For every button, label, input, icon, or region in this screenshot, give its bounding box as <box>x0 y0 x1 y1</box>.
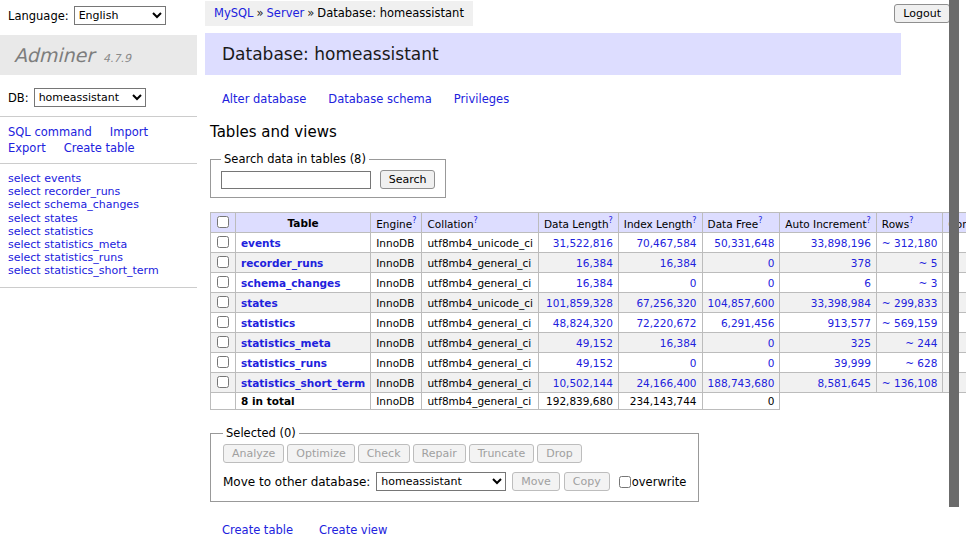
move-database-select[interactable]: homeassistant <box>376 472 506 491</box>
rows-link-statistics_runs[interactable]: ~ 628 <box>905 357 937 369</box>
table-link-schema_changes[interactable]: schema_changes <box>241 277 341 289</box>
sidebar-select-statistics_runs[interactable]: select statistics_runs <box>8 251 123 264</box>
auto_increment-link-recorder_runs[interactable]: 378 <box>851 257 871 269</box>
create-view-link[interactable]: Create view <box>319 523 387 537</box>
data_length-link-states[interactable]: 101,859,328 <box>546 297 613 309</box>
adminer-logo-link[interactable]: Adminer <box>14 44 94 66</box>
drop-button[interactable]: Drop <box>537 444 581 463</box>
data_free-link-schema_changes[interactable]: 0 <box>768 277 775 289</box>
search-input[interactable] <box>221 171 371 189</box>
analyze-button[interactable]: Analyze <box>223 444 284 463</box>
index_length-link-statistics_meta[interactable]: 16,384 <box>660 337 697 349</box>
auto_increment-link-schema_changes[interactable]: 6 <box>864 277 871 289</box>
index_length-link-events[interactable]: 70,467,584 <box>636 237 696 249</box>
rows-link-states[interactable]: ~ 299,833 <box>882 297 938 309</box>
data_free-link-statistics_runs[interactable]: 0 <box>768 357 775 369</box>
copy-button[interactable]: Copy <box>564 472 610 491</box>
sidebar-link-sql-command[interactable]: SQL command <box>8 125 92 139</box>
data_free-link-states[interactable]: 104,857,600 <box>708 297 775 309</box>
data_free-link-events[interactable]: 50,331,648 <box>714 237 774 249</box>
row-checkbox-schema_changes[interactable] <box>217 276 229 288</box>
help-icon[interactable]: ? <box>609 216 613 225</box>
create-table-link[interactable]: Create table <box>222 523 293 537</box>
breadcrumb-link-server[interactable]: Server <box>267 6 305 20</box>
index_length-link-recorder_runs[interactable]: 16,384 <box>660 257 697 269</box>
help-icon[interactable]: ? <box>412 216 416 225</box>
data_length-link-statistics_short_term[interactable]: 10,502,144 <box>553 377 613 389</box>
row-checkbox-states[interactable] <box>217 296 229 308</box>
sidebar-link-create-table[interactable]: Create table <box>64 141 135 155</box>
table-link-states[interactable]: states <box>241 297 278 309</box>
optimize-button[interactable]: Optimize <box>287 444 354 463</box>
auto_increment-link-statistics[interactable]: 913,577 <box>827 317 870 329</box>
index_length-link-statistics_runs[interactable]: 0 <box>690 357 697 369</box>
sidebar-select-statistics_short_term[interactable]: select statistics_short_term <box>8 264 159 277</box>
help-icon[interactable]: ? <box>867 216 871 225</box>
breadcrumb-link-mysql[interactable]: MySQL <box>214 6 254 20</box>
sidebar-select-schema_changes[interactable]: select schema_changes <box>8 198 139 211</box>
sidebar-select-events[interactable]: select events <box>8 172 81 185</box>
help-icon[interactable]: ? <box>909 216 913 225</box>
data_free-link-statistics[interactable]: 6,291,456 <box>721 317 774 329</box>
search-button[interactable]: Search <box>380 170 436 189</box>
rows-link-schema_changes[interactable]: ~ 3 <box>919 277 938 289</box>
data_free-link-recorder_runs[interactable]: 0 <box>768 257 775 269</box>
data_free-link-statistics_short_term[interactable]: 188,743,680 <box>708 377 775 389</box>
index_length-link-states[interactable]: 67,256,320 <box>636 297 696 309</box>
sidebar-select-recorder_runs[interactable]: select recorder_runs <box>8 185 120 198</box>
row-checkbox-recorder_runs[interactable] <box>217 256 229 268</box>
auto_increment-link-events[interactable]: 33,898,196 <box>811 237 871 249</box>
row-checkbox-statistics_runs[interactable] <box>217 356 229 368</box>
logout-button[interactable]: Logout <box>894 4 950 23</box>
auto_increment-link-states[interactable]: 33,398,984 <box>811 297 871 309</box>
scrollbar-thumb[interactable] <box>949 0 959 507</box>
overwrite-checkbox[interactable] <box>619 476 631 488</box>
help-icon[interactable]: ? <box>692 216 696 225</box>
db-select[interactable]: homeassistant <box>34 88 146 107</box>
action-alter-database[interactable]: Alter database <box>222 92 306 106</box>
rows-link-recorder_runs[interactable]: ~ 5 <box>919 257 938 269</box>
auto_increment-link-statistics_meta[interactable]: 325 <box>851 337 871 349</box>
data_length-link-events[interactable]: 31,522,816 <box>553 237 613 249</box>
table-link-recorder_runs[interactable]: recorder_runs <box>241 257 323 269</box>
row-checkbox-statistics_short_term[interactable] <box>217 376 229 388</box>
data_length-link-statistics_meta[interactable]: 49,152 <box>576 337 613 349</box>
help-icon[interactable]: ? <box>474 216 478 225</box>
auto_increment-link-statistics_short_term[interactable]: 8,581,645 <box>817 377 870 389</box>
truncate-button[interactable]: Truncate <box>469 444 534 463</box>
index_length-link-statistics_short_term[interactable]: 24,166,400 <box>636 377 696 389</box>
action-database-schema[interactable]: Database schema <box>328 92 431 106</box>
sidebar-select-statistics[interactable]: select statistics <box>8 225 93 238</box>
data_length-link-statistics[interactable]: 48,824,320 <box>553 317 613 329</box>
auto_increment-link-statistics_runs[interactable]: 39,999 <box>834 357 871 369</box>
help-icon[interactable]: ? <box>758 216 762 225</box>
table-link-events[interactable]: events <box>241 237 281 249</box>
data_length-link-recorder_runs[interactable]: 16,384 <box>576 257 613 269</box>
data_free-link-statistics_meta[interactable]: 0 <box>768 337 775 349</box>
sidebar-select-states[interactable]: select states <box>8 212 78 225</box>
sidebar-select-statistics_meta[interactable]: select statistics_meta <box>8 238 127 251</box>
table-link-statistics_meta[interactable]: statistics_meta <box>241 337 331 349</box>
check-button[interactable]: Check <box>358 444 410 463</box>
row-checkbox-statistics[interactable] <box>217 316 229 328</box>
row-checkbox-events[interactable] <box>217 236 229 248</box>
table-link-statistics[interactable]: statistics <box>241 317 295 329</box>
select-all-checkbox[interactable] <box>217 216 229 228</box>
rows-link-statistics_meta[interactable]: ~ 244 <box>905 337 937 349</box>
sidebar-link-import[interactable]: Import <box>110 125 148 139</box>
move-button[interactable]: Move <box>512 472 560 491</box>
data_length-link-schema_changes[interactable]: 16,384 <box>576 277 613 289</box>
rows-link-statistics[interactable]: ~ 569,159 <box>882 317 938 329</box>
index_length-link-schema_changes[interactable]: 0 <box>690 277 697 289</box>
sidebar-link-export[interactable]: Export <box>8 141 46 155</box>
rows-link-statistics_short_term[interactable]: ~ 136,108 <box>882 377 938 389</box>
action-privileges[interactable]: Privileges <box>454 92 509 106</box>
language-select[interactable]: English <box>74 6 166 25</box>
data_length-link-statistics_runs[interactable]: 49,152 <box>576 357 613 369</box>
rows-link-events[interactable]: ~ 312,180 <box>882 237 938 249</box>
table-link-statistics_short_term[interactable]: statistics_short_term <box>241 377 365 389</box>
index_length-link-statistics[interactable]: 72,220,672 <box>636 317 696 329</box>
row-checkbox-statistics_meta[interactable] <box>217 336 229 348</box>
repair-button[interactable]: Repair <box>413 444 466 463</box>
table-link-statistics_runs[interactable]: statistics_runs <box>241 357 327 369</box>
